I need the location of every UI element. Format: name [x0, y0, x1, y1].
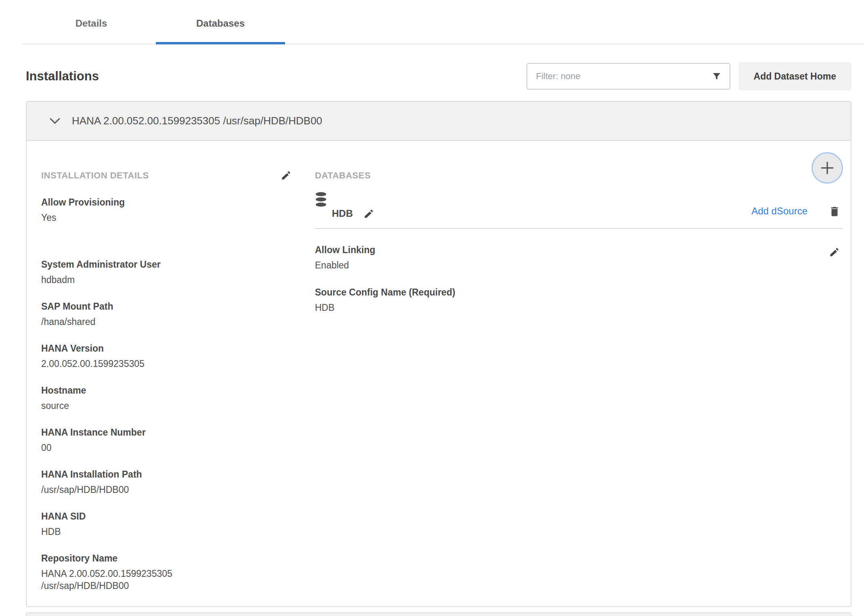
page-title: Installations	[26, 69, 99, 84]
database-icon	[315, 192, 374, 209]
field-allow-provisioning: Allow Provisioning Yes	[41, 197, 315, 224]
filter-input-wrap	[526, 63, 730, 90]
field-label: HANA Version	[41, 343, 315, 354]
chevron-down-icon[interactable]	[49, 117, 61, 124]
databases-divider	[315, 228, 843, 229]
field-system-administrator-user: System Administrator User hdbadm	[41, 259, 315, 286]
installation-panel-header[interactable]: HANA 2.00.052.00.1599235305 /usr/sap/HDB…	[27, 102, 851, 141]
next-installation-panel-header[interactable]	[26, 612, 851, 616]
installation-panel-title: HANA 2.00.052.00.1599235305 /usr/sap/HDB…	[72, 115, 322, 127]
field-allow-linking: Allow Linking Enabled	[315, 244, 375, 271]
installation-panel-body: INSTALLATION DETAILS Allow Provisioning …	[27, 141, 851, 606]
delete-database-trash-icon[interactable]	[829, 205, 840, 217]
field-value: 2.00.052.00.1599235305	[41, 358, 315, 370]
field-value: hdbadm	[41, 274, 315, 286]
field-value: source	[41, 400, 315, 412]
field-hostname: Hostname source	[41, 385, 315, 412]
tab-details[interactable]: Details	[27, 12, 156, 44]
field-label: HANA SID	[41, 511, 315, 522]
field-hana-sid: HANA SID HDB	[41, 511, 315, 538]
field-label: Hostname	[41, 385, 315, 396]
field-value: HDB	[315, 302, 843, 314]
databases-title: DATABASES	[315, 170, 371, 180]
database-actions: Add dSource	[751, 205, 843, 217]
field-label: Allow Provisioning	[41, 197, 315, 208]
field-label: Allow Linking	[315, 244, 375, 256]
add-dsource-link[interactable]: Add dSource	[751, 205, 807, 217]
add-database-plus-button[interactable]	[812, 152, 843, 184]
field-value: 00	[41, 442, 315, 454]
field-value: /hana/shared	[41, 316, 315, 328]
field-value: HDB	[41, 526, 315, 538]
installation-panel: HANA 2.00.052.00.1599235305 /usr/sap/HDB…	[26, 101, 851, 607]
field-value: Yes	[41, 212, 315, 224]
installation-details-head: INSTALLATION DETAILS	[41, 170, 291, 181]
tab-details-label: Details	[75, 18, 107, 29]
field-hana-installation-path: HANA Installation Path /usr/sap/HDB/HDB0…	[41, 469, 315, 496]
field-hana-instance-number: HANA Instance Number 00	[41, 427, 315, 454]
database-row: HDB Add dSource	[315, 192, 843, 219]
installation-details-title: INSTALLATION DETAILS	[41, 170, 149, 181]
active-tab-underline	[156, 42, 285, 44]
tab-databases[interactable]: Databases	[156, 12, 285, 44]
database-identity: HDB	[315, 192, 374, 219]
field-label: HANA Instance Number	[41, 427, 315, 438]
field-value: /usr/sap/HDB/HDB00	[41, 484, 315, 496]
field-source-config-name: Source Config Name (Required) HDB	[315, 287, 843, 314]
field-label: System Administrator User	[41, 259, 315, 270]
installation-details-column: INSTALLATION DETAILS Allow Provisioning …	[41, 170, 315, 592]
toolbar: Add Dataset Home	[526, 62, 851, 90]
filter-icon[interactable]	[712, 71, 721, 81]
add-dataset-home-button[interactable]: Add Dataset Home	[738, 62, 851, 90]
edit-allow-linking-pencil-icon[interactable]	[829, 247, 840, 258]
databases-head: DATABASES	[315, 170, 843, 181]
allow-linking-row: Allow Linking Enabled	[315, 244, 843, 271]
edit-installation-details-pencil-icon[interactable]	[281, 170, 291, 181]
field-repository-name: Repository Name HANA 2.00.052.00.1599235…	[41, 553, 315, 592]
database-name: HDB	[332, 208, 353, 219]
field-label: SAP Mount Path	[41, 301, 315, 312]
field-hana-version: HANA Version 2.00.052.00.1599235305	[41, 343, 315, 370]
field-value: Enabled	[315, 259, 375, 271]
header-row: Installations Add Dataset Home	[26, 62, 851, 90]
filter-input[interactable]	[535, 71, 712, 82]
databases-column: DATABASES HDB Add dSource	[315, 170, 843, 592]
tab-bar: Details Databases	[22, 12, 864, 44]
field-label: Repository Name	[41, 553, 315, 564]
database-name-row: HDB	[315, 208, 374, 219]
field-label: Source Config Name (Required)	[315, 287, 843, 298]
tab-databases-label: Databases	[196, 18, 245, 29]
plus-icon	[820, 160, 835, 176]
field-value-line-2: /usr/sap/HDB/HDB00	[41, 580, 315, 592]
edit-database-name-pencil-icon[interactable]	[363, 208, 374, 219]
field-label: HANA Installation Path	[41, 469, 315, 480]
field-sap-mount-path: SAP Mount Path /hana/shared	[41, 301, 315, 328]
field-value-line-1: HANA 2.00.052.00.1599235305	[41, 568, 315, 580]
